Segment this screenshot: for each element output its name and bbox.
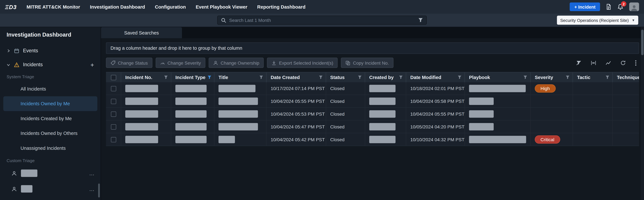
refresh-icon[interactable] — [620, 60, 626, 66]
nav-item-mitre-attck-monitor[interactable]: MITRE ATT&CK Monitor — [26, 4, 80, 9]
nav-item-configuration[interactable]: Configuration — [155, 4, 186, 9]
sidebar-item-incidents-owned-by-me[interactable]: Incidents Owned by Me — [3, 96, 97, 111]
chevron-right-icon[interactable] — [7, 49, 10, 53]
cell-technique — [613, 95, 639, 107]
warning-icon — [14, 62, 19, 67]
tab-saved-searches[interactable]: Saved Searches — [101, 27, 182, 38]
top-navigation-bar: ΞD3 MITRE ATT&CK Monitor Investigation D… — [0, 0, 644, 14]
column-header-severity[interactable]: Severity — [531, 72, 573, 82]
table-row[interactable]: 10/04/2024 05:53 PM PST Closed 10/04/202… — [106, 108, 639, 121]
cell-status: Closed — [326, 108, 365, 120]
nav-item-reporting-dashboard[interactable]: Reporting Dashboard — [257, 4, 306, 9]
filter-icon[interactable] — [605, 75, 610, 79]
filter-icon[interactable] — [566, 75, 570, 79]
chevron-down-icon[interactable] — [7, 63, 10, 66]
document-icon[interactable] — [606, 4, 612, 10]
user-icon — [12, 186, 17, 191]
filter-icon-active[interactable] — [208, 75, 212, 79]
redacted-created-by — [369, 97, 396, 105]
custom-triage-item[interactable]: … — [0, 165, 101, 181]
kebab-menu-icon[interactable] — [635, 60, 636, 66]
search-filter-icon[interactable] — [418, 18, 423, 23]
custom-triage-item[interactable]: … — [0, 181, 101, 197]
cell-status: Closed — [326, 95, 365, 107]
column-header-status[interactable]: Status — [326, 72, 365, 82]
page-scrollbar-thumb[interactable] — [641, 30, 644, 55]
new-incident-button[interactable]: + Incident — [570, 3, 600, 11]
notifications-bell-icon[interactable]: 2 — [617, 4, 624, 10]
column-header-playbook[interactable]: Playbook — [465, 72, 531, 82]
nav-item-investigation-dashboard[interactable]: Investigation Dashboard — [90, 4, 145, 9]
filter-icon[interactable] — [358, 75, 362, 79]
row-checkbox[interactable] — [111, 124, 116, 129]
redacted-incident-type — [176, 97, 206, 105]
site-selector-dropdown[interactable]: Security Operations (Recipient Site) ▼ — [557, 16, 638, 25]
sidebar: Investigation Dashboard Events — [0, 27, 101, 200]
column-header-title[interactable]: Title — [214, 72, 266, 82]
cell-severity — [531, 108, 573, 120]
notification-badge: 2 — [621, 1, 626, 7]
filter-icon[interactable] — [164, 75, 168, 79]
cell-status: Closed — [326, 120, 365, 133]
column-resize-icon[interactable] — [591, 60, 596, 66]
redacted-playbook — [469, 97, 494, 105]
change-severity-button[interactable]: Change Severity — [156, 58, 205, 68]
cell-tactic — [573, 108, 613, 120]
column-header-technique[interactable]: Technique — [613, 72, 639, 82]
filter-icon[interactable] — [399, 75, 403, 79]
redacted-playbook — [469, 123, 494, 130]
change-ownership-button[interactable]: Change Ownership — [209, 58, 264, 68]
search-input[interactable] — [229, 18, 415, 23]
row-checkbox[interactable] — [111, 137, 116, 142]
sidebar-scrollbar-thumb[interactable] — [98, 183, 100, 197]
column-header-date-created[interactable]: Date Created — [266, 72, 326, 82]
cell-tactic — [573, 82, 613, 95]
redacted-title — [218, 85, 256, 92]
change-status-button[interactable]: Change Status — [106, 58, 152, 68]
sidebar-item-incidents-created-by-me[interactable]: Incidents Created by Me — [3, 111, 97, 126]
filter-icon[interactable] — [523, 75, 527, 79]
filter-icon[interactable] — [458, 75, 462, 79]
row-checkbox[interactable] — [111, 111, 116, 117]
more-options-icon[interactable]: … — [89, 186, 95, 192]
main-content: Saved Searches Drag a column header and … — [101, 27, 644, 200]
table-row[interactable]: 10/04/2024 05:55 PM PST Closed 10/04/202… — [106, 95, 639, 108]
sidebar-item-unassigned-incidents[interactable]: Unassigned Incidents — [3, 141, 97, 155]
select-all-checkbox[interactable] — [111, 75, 116, 80]
cell-severity — [531, 120, 573, 133]
filter-icon[interactable] — [259, 75, 263, 79]
cell-severity — [531, 95, 573, 107]
column-header-tactic[interactable]: Tactic — [573, 72, 613, 82]
sidebar-item-events[interactable]: Events — [0, 44, 101, 58]
cell-date-created: 10/04/2024 05:42 PM PST — [266, 133, 326, 146]
sidebar-item-incidents[interactable]: Incidents + — [0, 58, 101, 72]
filter-icon[interactable] — [319, 75, 323, 79]
user-avatar[interactable] — [629, 3, 639, 11]
clear-filter-icon[interactable] — [576, 60, 582, 66]
copy-incident-no-button[interactable]: Copy Incident No. — [341, 58, 394, 68]
page-scrollbar[interactable] — [641, 27, 644, 200]
column-header-incident-type[interactable]: Incident Type — [171, 72, 214, 82]
column-header-incident-no[interactable]: Incident No. — [121, 72, 171, 82]
site-selector-value: Security Operations (Recipient Site) — [560, 18, 629, 23]
sidebar-item-all-incidents[interactable]: All Incidents — [3, 81, 97, 96]
add-incident-group-icon[interactable]: + — [90, 62, 95, 68]
group-by-dropzone[interactable]: Drag a column header and drop it here to… — [106, 43, 639, 54]
column-header-created-by[interactable]: Created by — [365, 72, 406, 82]
chart-icon[interactable] — [605, 60, 611, 66]
row-checkbox[interactable] — [111, 99, 116, 104]
search-bar-row: Security Operations (Recipient Site) ▼ — [0, 14, 644, 27]
incident-toolbar: Change Status Change Severity Change Own… — [106, 58, 639, 68]
table-row[interactable]: 10/17/2024 07:14 PM PST Closed 10/18/202… — [106, 82, 639, 95]
column-header-date-modified[interactable]: Date Modified — [406, 72, 465, 82]
export-selected-incidents-button[interactable]: Export Selected Incident(s) — [267, 58, 338, 68]
redacted-created-by — [369, 110, 396, 118]
sidebar-item-label: Incidents — [23, 62, 43, 68]
sidebar-item-incidents-owned-by-others[interactable]: Incidents Owned by Others — [3, 126, 97, 141]
table-row[interactable]: 10/04/2024 05:42 PM PST Closed 10/10/202… — [106, 133, 639, 146]
table-row[interactable]: 10/04/2024 05:47 PM PST Closed 10/05/202… — [106, 120, 639, 133]
row-checkbox[interactable] — [111, 86, 116, 91]
more-options-icon[interactable]: … — [89, 170, 95, 176]
nav-item-event-playbook-viewer[interactable]: Event Playbook Viewer — [196, 4, 247, 9]
page-title: Investigation Dashboard — [0, 32, 101, 38]
